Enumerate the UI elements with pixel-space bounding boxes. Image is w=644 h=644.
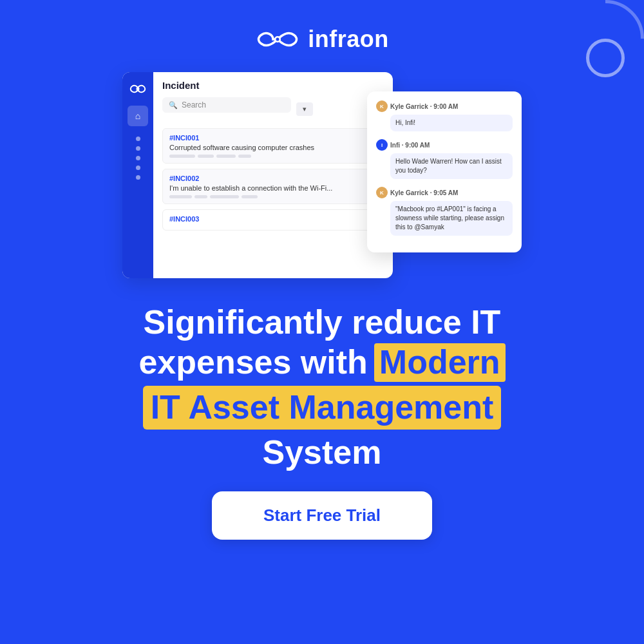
headline-area: Significantly reduce IT expenses with Mo… [100,304,544,472]
chat-sender-1: Kyle Garrick · 9:00 AM [390,103,458,110]
chat-sender-3: Kyle Garrick · 9:05 AM [390,189,458,196]
svg-point-1 [276,38,279,41]
incident-tags-2 [169,195,377,198]
page-container: infraon ⌂ [0,0,644,644]
incident-item-2[interactable]: #INCI002 I'm unable to establish a conne… [162,169,384,204]
incident-panel: ⌂ Incident 🔍 Search [122,72,393,278]
logo-icon [255,26,300,53]
incident-tags-1 [169,155,377,158]
chat-header-2: I Infi · 9:00 AM [376,139,513,151]
headline-yellow-text: IT Asset Management [151,388,494,426]
avatar-infi: I [376,139,388,151]
headline-yellow-block: IT Asset Management [143,386,502,430]
deco-circle [586,39,625,77]
start-free-trial-button[interactable]: Start Free Trial [212,491,432,540]
chat-message-3: K Kyle Garrick · 9:05 AM "Macbook pro #L… [376,187,513,236]
incident-item-3[interactable]: #INCI003 [162,209,384,231]
headline-highlight: Modern [374,343,506,382]
incident-panel-title: Incident [162,80,384,91]
search-label: Search [182,100,206,109]
brand-name: infraon [308,26,389,53]
headline-line1: Significantly reduce IT [138,304,505,341]
incident-desc-1: Corrupted software causing computer cras… [169,144,377,151]
chat-message-2: I Infi · 9:00 AM Hello Wade Warren! How … [376,139,513,179]
cta-area: Start Free Trial [212,491,432,540]
chat-bubble-1: Hi, Infi! [390,115,513,131]
chat-panel: K Kyle Garrick · 9:00 AM Hi, Infi! I Inf… [367,91,522,252]
avatar-kyle-2: K [376,187,388,198]
incident-id-2: #INCI002 [169,175,377,182]
search-icon: 🔍 [169,101,178,109]
chat-bubble-2: Hello Wade Warren! How can I assist you … [390,153,513,179]
mockup-area: ⌂ Incident 🔍 Search [122,72,522,291]
chat-header-3: K Kyle Garrick · 9:05 AM [376,187,513,198]
chat-header-1: K Kyle Garrick · 9:00 AM [376,100,513,112]
incident-content: Incident 🔍 Search ▾ #INCI001 Corrupted s… [153,72,393,278]
svg-point-2 [137,88,140,91]
chat-sender-2: Infi · 9:00 AM [390,142,430,149]
headline-line2-prefix: expenses with [138,344,367,381]
filter-label: ▾ [303,105,307,113]
chat-bubble-3: "Macbook pro #LAP001" is facing a slowne… [390,201,513,236]
search-row: 🔍 Search ▾ [162,97,384,120]
sidebar-nav: ⌂ [122,72,153,278]
search-bar[interactable]: 🔍 Search [162,97,291,113]
sidebar-home[interactable]: ⌂ [128,106,148,126]
incident-desc-2: I'm unable to establish a connection wit… [169,184,377,192]
filter-button[interactable]: ▾ [296,102,313,116]
logo-area: infraon [255,26,389,53]
sidebar-dots [136,137,140,180]
sidebar-logo [129,80,147,98]
incident-id-1: #INCI001 [169,134,377,142]
headline-line3: System [138,433,505,472]
avatar-kyle-1: K [376,100,388,112]
chat-message-1: K Kyle Garrick · 9:00 AM Hi, Infi! [376,100,513,131]
incident-item-1[interactable]: #INCI001 Corrupted software causing comp… [162,128,384,164]
incident-id-3: #INCI003 [169,215,377,223]
